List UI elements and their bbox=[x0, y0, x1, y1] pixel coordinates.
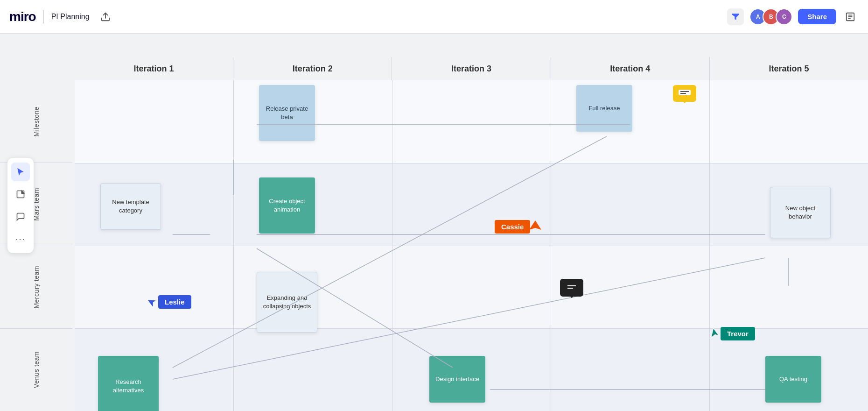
topbar-left: miro PI Planning bbox=[9, 8, 114, 25]
card-full-release[interactable]: Full release bbox=[576, 85, 632, 132]
filter-button[interactable] bbox=[727, 8, 744, 25]
avatar-group: A B C bbox=[749, 8, 792, 25]
cell-0-2 bbox=[392, 80, 551, 163]
upload-button[interactable] bbox=[97, 8, 114, 25]
svg-rect-6 bbox=[679, 90, 691, 95]
row-header-venus-label: Venus team bbox=[33, 351, 40, 388]
notes-button[interactable] bbox=[842, 8, 859, 25]
topbar-right: A B C Share bbox=[727, 8, 859, 25]
cell-2-0 bbox=[75, 246, 233, 328]
card-design-interface[interactable]: Design interface bbox=[429, 356, 485, 403]
comment-tool[interactable] bbox=[11, 207, 30, 226]
row-header-mercury-label: Mercury team bbox=[33, 266, 40, 309]
card-qa-testing[interactable]: QA testing bbox=[765, 356, 821, 403]
cell-2-2 bbox=[392, 246, 551, 328]
miro-logo: miro bbox=[9, 9, 36, 24]
cursor-tool[interactable] bbox=[11, 163, 30, 181]
row-header-venus: Venus team bbox=[0, 328, 72, 411]
avatar-3: C bbox=[776, 8, 792, 25]
share-button[interactable]: Share bbox=[798, 9, 836, 24]
column-headers: Iteration 1 Iteration 2 Iteration 3 Iter… bbox=[75, 57, 868, 80]
cell-3-1 bbox=[233, 328, 392, 411]
comment-bubble-yellow[interactable] bbox=[673, 85, 696, 102]
row-header-mercury: Mercury team bbox=[0, 246, 72, 328]
comment-bubble-dark[interactable] bbox=[560, 279, 583, 297]
row-header-milestone-label: Milestone bbox=[33, 106, 40, 136]
cursor-leslie: Leslie bbox=[147, 295, 191, 309]
col-header-iter5: Iteration 5 bbox=[709, 57, 868, 80]
more-tools[interactable]: ··· bbox=[11, 230, 30, 248]
topbar: miro PI Planning A B C Share bbox=[0, 0, 868, 34]
cell-3-3 bbox=[551, 328, 709, 411]
col-header-iter3: Iteration 3 bbox=[392, 57, 550, 80]
card-new-template[interactable]: New template category bbox=[100, 183, 161, 230]
card-create-animation[interactable]: Create object animation bbox=[259, 177, 315, 234]
cursor-trevor: Trevor bbox=[709, 327, 755, 340]
cell-0-0 bbox=[75, 80, 233, 163]
col-header-iter4: Iteration 4 bbox=[551, 57, 709, 80]
col-header-iter2: Iteration 2 bbox=[233, 57, 392, 80]
cell-0-4 bbox=[709, 80, 868, 163]
col-header-iter1: Iteration 1 bbox=[75, 57, 233, 80]
cell-2-4 bbox=[709, 246, 868, 328]
cursor-cassie: Cassie bbox=[495, 220, 542, 234]
grid-container: Iteration 1 Iteration 2 Iteration 3 Iter… bbox=[75, 57, 868, 411]
cursor-trevor-label: Trevor bbox=[721, 327, 755, 340]
card-new-object-behavior[interactable]: New object behavior bbox=[770, 187, 831, 238]
topbar-title: PI Planning bbox=[51, 13, 90, 21]
card-release-beta[interactable]: Release private beta bbox=[259, 85, 315, 141]
cursor-leslie-label: Leslie bbox=[158, 295, 191, 309]
cursor-cassie-label: Cassie bbox=[495, 220, 530, 234]
canvas: Iteration 1 Iteration 2 Iteration 3 Iter… bbox=[0, 34, 868, 411]
sticky-note-tool[interactable] bbox=[11, 185, 30, 204]
topbar-divider bbox=[43, 10, 44, 23]
card-research-alternatives[interactable]: Research alternatives bbox=[98, 356, 159, 411]
cell-1-3 bbox=[551, 163, 709, 246]
row-header-milestone: Milestone bbox=[0, 80, 72, 163]
card-expanding-collapsing[interactable]: Expanding and collapsing objects bbox=[257, 272, 317, 333]
left-toolbar: ··· bbox=[7, 158, 34, 253]
